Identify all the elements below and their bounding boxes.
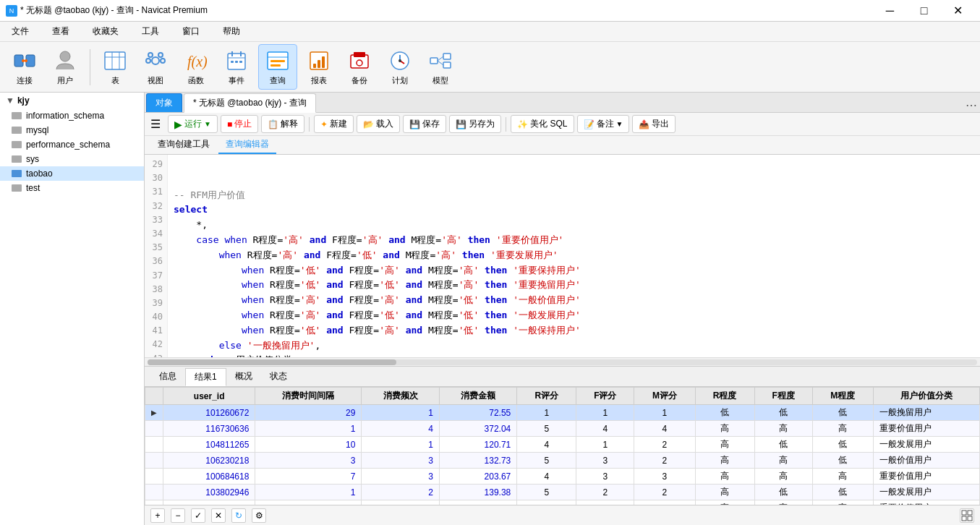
sidebar-item-taobao[interactable]: taobao	[0, 166, 144, 181]
menu-favorites[interactable]: 收藏夹	[87, 22, 124, 40]
sidebar-item-performance-schema[interactable]: performance_schema	[0, 137, 144, 152]
tab-query[interactable]: * 无标题 @taobao (kjy) - 查询	[184, 93, 316, 113]
save-as-button[interactable]: 💾 另存为	[449, 115, 501, 133]
subtab-create[interactable]: 查询创建工具	[150, 136, 217, 154]
titlebar: N * 无标题 @taobao (kjy) - 查询 - Navicat Pre…	[0, 0, 980, 22]
code-content[interactable]: -- RFM用户价值 select *, case when R程度='高' a…	[168, 155, 980, 357]
sidebar-arrow: ▼	[6, 95, 14, 106]
th-r-score[interactable]: R评分	[517, 388, 576, 405]
menu-view[interactable]: 查看	[46, 22, 75, 40]
tool-user[interactable]: 用户	[46, 45, 84, 89]
th-f-level[interactable]: F程度	[754, 388, 812, 405]
load-button[interactable]: 📂 载入	[357, 115, 400, 133]
table-cell: 5	[517, 485, 576, 500]
cancel-edit-button[interactable]: ✕	[211, 508, 226, 523]
result-tab-info[interactable]: 信息	[150, 368, 185, 385]
confirm-button[interactable]: ✓	[191, 508, 205, 523]
toolbar-divider-1	[90, 49, 90, 85]
sidebar-item-test[interactable]: test	[0, 181, 144, 195]
beautify-button[interactable]: ✨ 美化 SQL	[511, 115, 574, 133]
result-tab-result1[interactable]: 结果1	[185, 368, 226, 386]
config-button[interactable]: ⚙	[252, 508, 266, 523]
stop-icon: ■	[227, 119, 232, 129]
new-button[interactable]: ✦ 新建	[314, 115, 354, 133]
annotate-label: 备注	[597, 118, 614, 130]
th-m-level[interactable]: M程度	[812, 388, 873, 405]
annotate-button[interactable]: 📝 备注 ▼	[577, 115, 630, 133]
table-row[interactable]: ▶10126067229172.55111低低低一般挽留用户	[145, 405, 980, 421]
stop-button[interactable]: ■ 停止	[221, 115, 258, 133]
event-icon	[223, 48, 250, 74]
th-category[interactable]: 用户价值分类	[873, 388, 979, 405]
th-user-id[interactable]: user_id	[163, 388, 255, 405]
explain-button[interactable]: 📋 解释	[261, 115, 304, 133]
tool-function[interactable]: f(x) 函数	[177, 45, 215, 89]
refresh-button[interactable]: ↻	[231, 508, 246, 523]
svg-point-5	[60, 51, 70, 61]
subtab-editor[interactable]: 查询编辑器	[218, 136, 276, 154]
table-cell: 高	[695, 453, 754, 469]
maximize-button[interactable]: □	[908, 0, 940, 22]
th-time-interval[interactable]: 消费时间间隔	[255, 388, 362, 405]
tool-table[interactable]: 表	[96, 45, 134, 89]
function-icon: f(x)	[183, 48, 209, 74]
add-row-button[interactable]: +	[150, 508, 165, 523]
code-area[interactable]: 29 30 31 32 33 34 35 36 37 38 39 40 41 4…	[145, 155, 980, 357]
result-tab-status[interactable]: 状态	[261, 368, 296, 385]
tab-extra-icon: ⋯	[966, 98, 977, 112]
tool-model[interactable]: 模型	[422, 45, 459, 89]
th-amount[interactable]: 消费金额	[439, 388, 516, 405]
th-r-level[interactable]: R程度	[695, 388, 754, 405]
table-row[interactable]: 10380294612139.38522高低低一般发展用户	[145, 485, 980, 500]
tab-objects[interactable]: 对象	[146, 93, 182, 112]
table-cell: 2	[634, 485, 695, 500]
result-tab-overview[interactable]: 概况	[226, 368, 261, 385]
table-cell: 高	[812, 469, 873, 485]
run-button[interactable]: ▶ 运行 ▼	[168, 115, 218, 133]
main-toolbar: 连接 用户 表 视图 f(x) 函数 事件 查询	[0, 42, 980, 93]
sidebar-item-mysql[interactable]: mysql	[0, 123, 144, 137]
th-f-score[interactable]: F评分	[576, 388, 634, 405]
scroll-track[interactable]	[148, 359, 977, 365]
tool-connect[interactable]: 连接	[6, 45, 43, 89]
tool-query[interactable]: 查询	[258, 44, 297, 90]
save-button[interactable]: 💾 保存	[403, 115, 446, 133]
table-row[interactable]: 10623021833132.73532高高低一般价值用户	[145, 453, 980, 469]
export-button[interactable]: 📤 导出	[632, 115, 676, 133]
tab-bar: 对象 * 无标题 @taobao (kjy) - 查询 ⋯	[145, 93, 980, 113]
tool-schedule-label: 计划	[392, 75, 408, 86]
content-area: 对象 * 无标题 @taobao (kjy) - 查询 ⋯ ☰ ▶ 运行 ▼ ■…	[145, 93, 980, 525]
menu-window[interactable]: 窗口	[176, 22, 205, 40]
tool-query-label: 查询	[270, 75, 286, 86]
sidebar-item-information-schema[interactable]: information_schema	[0, 108, 144, 123]
delete-row-button[interactable]: −	[171, 508, 185, 523]
sidebar-root[interactable]: ▼ kjy	[0, 93, 144, 108]
titlebar-controls[interactable]: ─ □ ✕	[874, 0, 974, 22]
data-table-wrap[interactable]: user_id 消费时间间隔 消费频次 消费金额 R评分 F评分 M评分 R程度…	[145, 387, 980, 505]
menu-file[interactable]: 文件	[6, 22, 35, 40]
sidebar-item-sys[interactable]: sys	[0, 152, 144, 166]
tool-schedule[interactable]: 计划	[381, 45, 419, 89]
close-button[interactable]: ✕	[942, 0, 974, 22]
table-toolbar: + − ✓ ✕ ↻ ⚙	[145, 505, 980, 525]
hamburger-icon[interactable]: ☰	[150, 117, 161, 131]
table-row[interactable]: 11673063614372.04544高高高重要价值用户	[145, 421, 980, 437]
save-icon: 💾	[409, 119, 420, 129]
scroll-thumb[interactable]	[148, 359, 396, 365]
grid-view-button[interactable]	[960, 508, 974, 523]
th-m-score[interactable]: M评分	[634, 388, 695, 405]
menu-tools[interactable]: 工具	[136, 22, 165, 40]
table-row[interactable]: 104811265101120.71412高低低一般发展用户	[145, 437, 980, 453]
menu-help[interactable]: 帮助	[217, 22, 246, 40]
tool-view[interactable]: 视图	[137, 45, 174, 89]
table-cell: 3	[576, 469, 634, 485]
tool-event[interactable]: 事件	[218, 45, 255, 89]
horizontal-scrollbar[interactable]	[145, 357, 980, 366]
tool-function-label: 函数	[188, 75, 204, 86]
tool-report[interactable]: 报表	[300, 45, 338, 89]
tool-backup[interactable]: 备份	[341, 45, 378, 89]
table-row[interactable]: 10068461873203.67433高高高重要价值用户	[145, 469, 980, 485]
th-frequency[interactable]: 消费频次	[362, 388, 439, 405]
minimize-button[interactable]: ─	[874, 0, 906, 22]
table-cell: 1	[255, 421, 362, 437]
